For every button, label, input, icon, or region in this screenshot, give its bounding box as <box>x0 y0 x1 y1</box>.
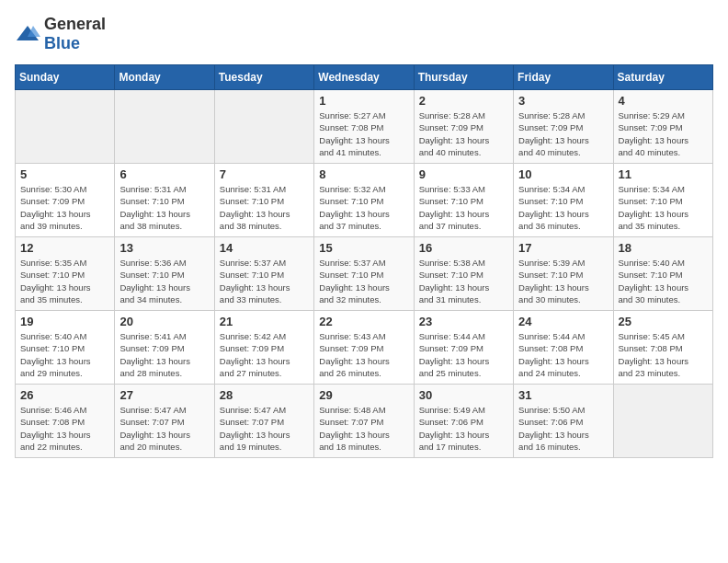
day-number: 9 <box>419 167 508 181</box>
day-cell: 17Sunrise: 5:39 AM Sunset: 7:10 PM Dayli… <box>514 237 613 311</box>
day-cell: 23Sunrise: 5:44 AM Sunset: 7:09 PM Dayli… <box>414 311 513 385</box>
day-number: 11 <box>619 167 708 181</box>
logo-icon <box>15 24 40 44</box>
weekday-header-wednesday: Wednesday <box>314 65 414 90</box>
day-info: Sunrise: 5:37 AM Sunset: 7:10 PM Dayligh… <box>220 257 309 305</box>
day-number: 18 <box>619 241 708 255</box>
day-info: Sunrise: 5:43 AM Sunset: 7:09 PM Dayligh… <box>319 330 408 379</box>
day-number: 31 <box>518 388 608 402</box>
day-cell: 13Sunrise: 5:36 AM Sunset: 7:10 PM Dayli… <box>115 237 214 311</box>
day-number: 22 <box>319 315 408 328</box>
week-row-4: 19Sunrise: 5:40 AM Sunset: 7:10 PM Dayli… <box>16 311 713 385</box>
day-cell: 25Sunrise: 5:45 AM Sunset: 7:08 PM Dayli… <box>613 311 712 385</box>
day-info: Sunrise: 5:38 AM Sunset: 7:10 PM Dayligh… <box>419 257 508 305</box>
day-cell: 19Sunrise: 5:40 AM Sunset: 7:10 PM Dayli… <box>16 311 115 385</box>
day-info: Sunrise: 5:35 AM Sunset: 7:10 PM Dayligh… <box>20 257 109 305</box>
day-number: 19 <box>20 315 109 328</box>
day-number: 28 <box>220 388 309 402</box>
weekday-header-tuesday: Tuesday <box>214 65 313 90</box>
day-info: Sunrise: 5:36 AM Sunset: 7:10 PM Dayligh… <box>119 257 209 305</box>
day-cell: 12Sunrise: 5:35 AM Sunset: 7:10 PM Dayli… <box>16 237 115 311</box>
day-number: 8 <box>319 167 408 181</box>
week-row-1: 1Sunrise: 5:27 AM Sunset: 7:08 PM Daylig… <box>16 90 713 164</box>
day-cell: 4Sunrise: 5:29 AM Sunset: 7:09 PM Daylig… <box>613 90 712 164</box>
day-cell <box>613 385 712 458</box>
day-cell: 10Sunrise: 5:34 AM Sunset: 7:10 PM Dayli… <box>514 164 613 237</box>
day-number: 29 <box>319 388 408 402</box>
day-info: Sunrise: 5:44 AM Sunset: 7:08 PM Dayligh… <box>518 330 608 379</box>
day-number: 5 <box>20 167 109 181</box>
day-info: Sunrise: 5:29 AM Sunset: 7:09 PM Dayligh… <box>619 109 708 158</box>
day-number: 12 <box>20 241 109 255</box>
day-number: 14 <box>220 241 309 255</box>
day-info: Sunrise: 5:44 AM Sunset: 7:09 PM Dayligh… <box>419 330 508 379</box>
day-number: 26 <box>20 388 109 402</box>
day-info: Sunrise: 5:50 AM Sunset: 7:06 PM Dayligh… <box>518 404 608 453</box>
day-cell: 11Sunrise: 5:34 AM Sunset: 7:10 PM Dayli… <box>613 164 712 237</box>
day-info: Sunrise: 5:49 AM Sunset: 7:06 PM Dayligh… <box>419 404 508 453</box>
day-cell: 3Sunrise: 5:28 AM Sunset: 7:09 PM Daylig… <box>514 90 613 164</box>
day-cell: 16Sunrise: 5:38 AM Sunset: 7:10 PM Dayli… <box>414 237 513 311</box>
day-number: 23 <box>419 315 508 328</box>
day-info: Sunrise: 5:28 AM Sunset: 7:09 PM Dayligh… <box>518 109 608 158</box>
day-info: Sunrise: 5:31 AM Sunset: 7:10 PM Dayligh… <box>119 183 209 232</box>
day-number: 25 <box>619 315 708 328</box>
day-info: Sunrise: 5:47 AM Sunset: 7:07 PM Dayligh… <box>220 404 309 453</box>
day-cell: 2Sunrise: 5:28 AM Sunset: 7:09 PM Daylig… <box>414 90 513 164</box>
day-info: Sunrise: 5:37 AM Sunset: 7:10 PM Dayligh… <box>319 257 408 305</box>
day-info: Sunrise: 5:47 AM Sunset: 7:07 PM Dayligh… <box>119 404 209 453</box>
day-info: Sunrise: 5:41 AM Sunset: 7:09 PM Dayligh… <box>119 330 209 379</box>
day-number: 15 <box>319 241 408 255</box>
calendar-table: SundayMondayTuesdayWednesdayThursdayFrid… <box>15 64 713 458</box>
day-cell: 1Sunrise: 5:27 AM Sunset: 7:08 PM Daylig… <box>314 90 414 164</box>
day-number: 13 <box>119 241 209 255</box>
weekday-header-saturday: Saturday <box>613 65 712 90</box>
day-number: 30 <box>419 388 508 402</box>
day-number: 27 <box>119 388 209 402</box>
day-info: Sunrise: 5:40 AM Sunset: 7:10 PM Dayligh… <box>20 330 109 379</box>
day-cell: 8Sunrise: 5:32 AM Sunset: 7:10 PM Daylig… <box>314 164 414 237</box>
day-cell: 27Sunrise: 5:47 AM Sunset: 7:07 PM Dayli… <box>115 385 214 458</box>
weekday-header-monday: Monday <box>115 65 214 90</box>
day-cell: 31Sunrise: 5:50 AM Sunset: 7:06 PM Dayli… <box>514 385 613 458</box>
week-row-2: 5Sunrise: 5:30 AM Sunset: 7:09 PM Daylig… <box>16 164 713 237</box>
day-info: Sunrise: 5:42 AM Sunset: 7:09 PM Dayligh… <box>220 330 309 379</box>
day-info: Sunrise: 5:33 AM Sunset: 7:10 PM Dayligh… <box>419 183 508 232</box>
day-number: 6 <box>119 167 209 181</box>
day-cell: 7Sunrise: 5:31 AM Sunset: 7:10 PM Daylig… <box>214 164 313 237</box>
day-info: Sunrise: 5:46 AM Sunset: 7:08 PM Dayligh… <box>20 404 109 453</box>
day-cell: 26Sunrise: 5:46 AM Sunset: 7:08 PM Dayli… <box>16 385 115 458</box>
day-number: 4 <box>619 94 708 108</box>
day-cell: 30Sunrise: 5:49 AM Sunset: 7:06 PM Dayli… <box>414 385 513 458</box>
week-row-3: 12Sunrise: 5:35 AM Sunset: 7:10 PM Dayli… <box>16 237 713 311</box>
calendar-header: SundayMondayTuesdayWednesdayThursdayFrid… <box>16 65 713 90</box>
day-number: 1 <box>319 94 408 108</box>
weekday-row: SundayMondayTuesdayWednesdayThursdayFrid… <box>16 65 713 90</box>
logo-blue: Blue <box>44 34 80 52</box>
day-info: Sunrise: 5:45 AM Sunset: 7:08 PM Dayligh… <box>619 330 708 379</box>
day-cell: 15Sunrise: 5:37 AM Sunset: 7:10 PM Dayli… <box>314 237 414 311</box>
day-number: 17 <box>518 241 608 255</box>
weekday-header-thursday: Thursday <box>414 65 513 90</box>
day-cell: 29Sunrise: 5:48 AM Sunset: 7:07 PM Dayli… <box>314 385 414 458</box>
weekday-header-friday: Friday <box>514 65 613 90</box>
day-number: 16 <box>419 241 508 255</box>
weekday-header-sunday: Sunday <box>16 65 115 90</box>
day-info: Sunrise: 5:40 AM Sunset: 7:10 PM Dayligh… <box>619 257 708 305</box>
day-info: Sunrise: 5:32 AM Sunset: 7:10 PM Dayligh… <box>319 183 408 232</box>
day-cell: 5Sunrise: 5:30 AM Sunset: 7:09 PM Daylig… <box>16 164 115 237</box>
day-info: Sunrise: 5:28 AM Sunset: 7:09 PM Dayligh… <box>419 109 508 158</box>
header: General Blue <box>15 15 713 53</box>
day-info: Sunrise: 5:34 AM Sunset: 7:10 PM Dayligh… <box>619 183 708 232</box>
day-cell: 14Sunrise: 5:37 AM Sunset: 7:10 PM Dayli… <box>214 237 313 311</box>
day-info: Sunrise: 5:30 AM Sunset: 7:09 PM Dayligh… <box>20 183 109 232</box>
day-number: 10 <box>518 167 608 181</box>
day-cell <box>214 90 313 164</box>
day-number: 3 <box>518 94 608 108</box>
day-cell: 9Sunrise: 5:33 AM Sunset: 7:10 PM Daylig… <box>414 164 513 237</box>
calendar-body: 1Sunrise: 5:27 AM Sunset: 7:08 PM Daylig… <box>16 90 713 458</box>
day-cell: 18Sunrise: 5:40 AM Sunset: 7:10 PM Dayli… <box>613 237 712 311</box>
day-cell <box>115 90 214 164</box>
day-cell: 22Sunrise: 5:43 AM Sunset: 7:09 PM Dayli… <box>314 311 414 385</box>
week-row-5: 26Sunrise: 5:46 AM Sunset: 7:08 PM Dayli… <box>16 385 713 458</box>
